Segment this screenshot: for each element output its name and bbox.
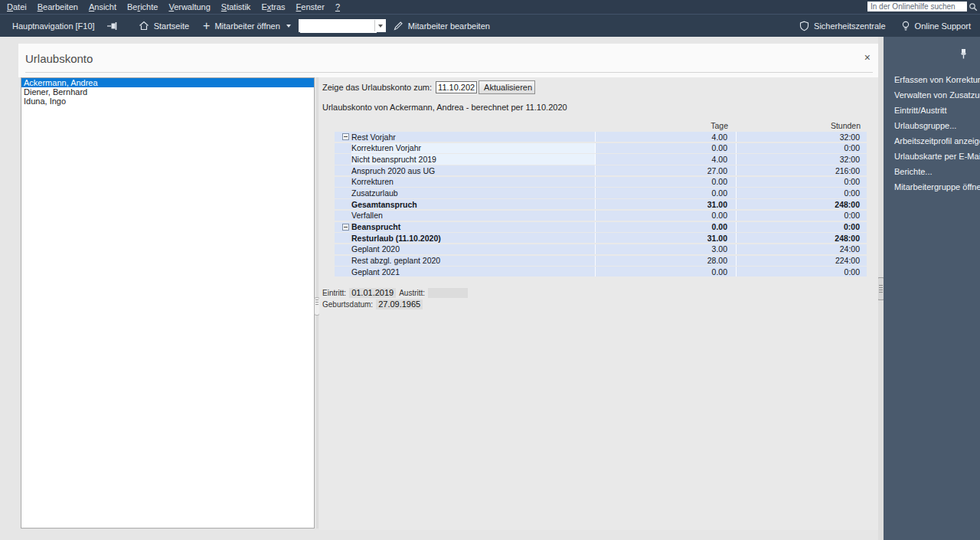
table-header: Tage Stunden	[335, 121, 867, 131]
row-tage-value: 4.00	[596, 132, 737, 142]
combobox-dropdown-button[interactable]	[374, 20, 385, 31]
row-stunden-value: 0:00	[737, 211, 866, 221]
list-item[interactable]: Ackermann, Andrea	[21, 78, 314, 87]
menu-item-help[interactable]: ?	[330, 2, 345, 11]
row-stunden-value: 24:00	[737, 244, 866, 254]
sidebar-item-urlaubsgruppe[interactable]: Urlaubsgruppe...	[884, 118, 980, 133]
pin-sidebar-icon[interactable]	[959, 48, 968, 60]
sicherheitszentrale-button[interactable]: Sicherheitszentrale	[799, 21, 886, 31]
row-label: Geplant 2021	[351, 267, 596, 277]
table-row[interactable]: Verfallen0.000:00	[335, 211, 867, 221]
mitarbeiter-oeffnen-button[interactable]: + Mitarbeiter öffnen	[203, 21, 291, 31]
sicherheitszentrale-label: Sicherheitszentrale	[814, 21, 886, 31]
row-label: Rest abzgl. geplant 2020	[351, 256, 596, 266]
row-tage-value: 0.00	[596, 188, 737, 198]
plus-icon: +	[203, 21, 210, 31]
menu-item-datei[interactable]: Datei	[2, 2, 32, 11]
table-row[interactable]: Rest abzgl. geplant 202028.00224:00	[335, 256, 867, 266]
table-row[interactable]: Nicht beansprucht 20194.0032:00	[335, 154, 867, 164]
row-label: Gesamtanspruch	[351, 199, 596, 209]
row-stunden-value: 0:00	[737, 143, 866, 153]
row-tage-value: 0.00	[596, 143, 737, 153]
shield-icon	[799, 21, 809, 31]
vacation-table: Rest Vorjahr4.0032:00Korrekturen Vorjahr…	[335, 132, 867, 278]
mitarbeiter-bearbeiten-button[interactable]: Mitarbeiter bearbeiten	[394, 21, 490, 31]
austritt-label: Austritt:	[399, 289, 425, 297]
tree-cell	[335, 244, 351, 254]
table-row[interactable]: Korrekturen Vorjahr0.000:00	[335, 143, 867, 153]
tree-cell	[335, 233, 351, 243]
row-tage-value: 31.00	[596, 233, 737, 243]
search-icon[interactable]	[969, 2, 978, 11]
menu-bar: DateiBearbeitenAnsichtBerichteVerwaltung…	[0, 0, 980, 14]
tree-cell	[335, 132, 351, 142]
home-icon	[139, 21, 149, 31]
row-stunden-value: 32:00	[737, 154, 866, 164]
hauptnavigation-button[interactable]: Hauptnavigation [F10]	[12, 21, 95, 31]
menu-item-bearbeiten[interactable]: Bearbeiten	[32, 2, 83, 11]
pin-navigation-icon[interactable]	[107, 21, 119, 31]
menu-item-fenster[interactable]: Fenster	[291, 2, 330, 11]
close-icon[interactable]: ×	[864, 52, 871, 63]
row-label: Resturlaub (11.10.2020)	[351, 233, 596, 243]
geburtsdatum-label: Geburtsdatum:	[322, 300, 373, 309]
mitarbeiter-oeffnen-label: Mitarbeiter öffnen	[214, 21, 279, 31]
sidebar-item-berichte[interactable]: Berichte...	[884, 164, 980, 179]
pencil-icon	[394, 21, 403, 31]
vacation-account-content: Zeige das Urlaubskonto zum: Aktualisiere…	[319, 77, 878, 530]
row-label: Rest Vorjahr	[351, 132, 596, 142]
sidebar-item-arbeitszeitprofil-anzeigen[interactable]: Arbeitszeitprofil anzeigen	[884, 133, 980, 149]
row-label: Anspruch 2020 aus UG	[351, 165, 596, 175]
collapse-icon[interactable]	[342, 133, 349, 140]
date-filter-label: Zeige das Urlaubskonto zum:	[322, 83, 432, 92]
table-row[interactable]: Resturlaub (11.10.2020)31.00248:00	[335, 233, 867, 243]
table-row[interactable]: Gesamtanspruch31.00248:00	[335, 199, 867, 209]
eintritt-label: Eintritt:	[322, 289, 346, 297]
employee-footer: Eintritt: 01.01.2019 Austritt: Geburtsda…	[322, 287, 471, 310]
row-stunden-value: 0:00	[737, 188, 866, 198]
table-row[interactable]: Rest Vorjahr4.0032:00	[335, 132, 867, 142]
tree-cell	[335, 211, 351, 221]
mitarbeiter-combobox[interactable]	[299, 19, 386, 32]
sidebar-item-eintritt-austritt[interactable]: Eintritt/Austritt	[884, 103, 980, 118]
online-help-search-input[interactable]	[867, 2, 967, 11]
sidebar-item-verwalten-von-zusatzurlaub[interactable]: Verwalten von Zusatzurlaub	[884, 87, 980, 103]
row-stunden-value: 0:00	[737, 222, 866, 232]
toolbar: Hauptnavigation [F10] Startseite + Mitar…	[0, 14, 980, 37]
eintritt-value: 01.01.2019	[349, 288, 396, 298]
mitarbeiter-bearbeiten-label: Mitarbeiter bearbeiten	[408, 21, 490, 31]
employee-list: Ackermann, AndreaDiener, BernhardIduna, …	[21, 77, 315, 529]
row-tage-value: 0.00	[596, 222, 737, 232]
row-stunden-value: 248:00	[737, 233, 866, 243]
table-row[interactable]: Korrekturen0.000:00	[335, 177, 867, 187]
list-item[interactable]: Iduna, Ingo	[21, 97, 314, 106]
list-item[interactable]: Diener, Bernhard	[21, 87, 314, 97]
startseite-button[interactable]: Startseite	[139, 21, 189, 31]
mitarbeiter-combobox-input[interactable]	[300, 20, 377, 33]
row-stunden-value: 224:00	[737, 256, 866, 266]
collapse-icon[interactable]	[342, 224, 349, 231]
date-input[interactable]	[436, 81, 477, 93]
table-row[interactable]: Anspruch 2020 aus UG27.00216:00	[335, 165, 867, 175]
row-label: Geplant 2020	[351, 244, 596, 254]
menu-item-extras[interactable]: Extras	[256, 2, 290, 11]
sidebar-item-urlaubskarte-per-e-mail[interactable]: Urlaubskarte per E-Mail	[884, 149, 980, 164]
table-row[interactable]: Geplant 20203.0024:00	[335, 244, 867, 254]
footer-line-1: Eintritt: 01.01.2019 Austritt:	[322, 287, 471, 298]
tree-cell	[335, 199, 351, 209]
table-row[interactable]: Beansprucht0.000:00	[335, 222, 867, 232]
online-support-button[interactable]: Online Support	[901, 21, 971, 31]
row-stunden-value: 32:00	[737, 132, 866, 142]
menu-item-berichte[interactable]: Berichte	[122, 2, 163, 11]
menu-item-verwaltung[interactable]: Verwaltung	[163, 2, 215, 11]
aktualisieren-button[interactable]: Aktualisieren	[479, 80, 535, 94]
row-tage-value: 0.00	[596, 211, 737, 221]
menu-item-statistik[interactable]: Statistik	[216, 2, 256, 11]
sidebar-item-mitarbeitergruppe-ffnen[interactable]: Mitarbeitergruppe öffnen	[884, 179, 980, 195]
table-row[interactable]: Zusatzurlaub0.000:00	[335, 188, 867, 198]
tree-cell	[335, 222, 351, 232]
menu-item-ansicht[interactable]: Ansicht	[83, 2, 122, 11]
row-tage-value: 27.00	[596, 165, 737, 175]
table-row[interactable]: Geplant 20210.000:00	[335, 267, 867, 277]
sidebar-item-erfassen-von-korrekturen[interactable]: Erfassen von Korrekturen	[884, 72, 980, 87]
